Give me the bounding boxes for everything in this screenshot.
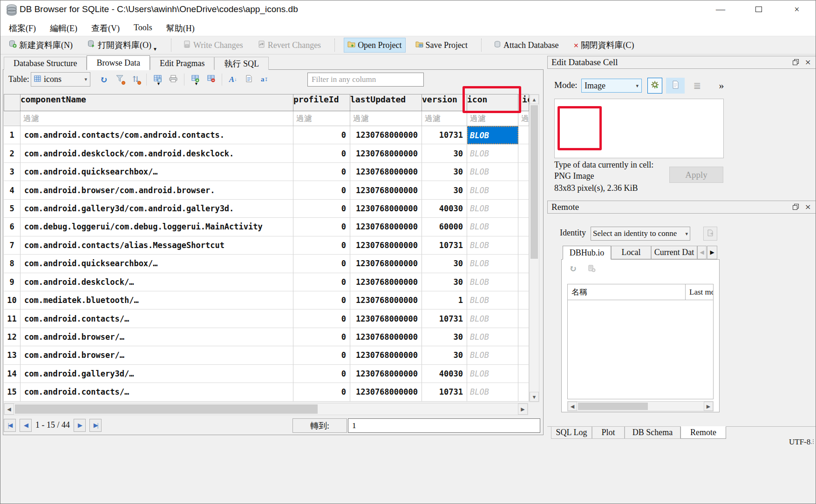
close-panel-icon[interactable]: × <box>805 57 811 67</box>
text-view-button[interactable] <box>666 78 685 94</box>
maximize-button[interactable] <box>740 0 778 19</box>
cell-profileId[interactable]: 0 <box>293 291 350 309</box>
cell-lastUpdated[interactable]: 1230768000000 <box>350 328 422 346</box>
next-record-button[interactable]: ▶ <box>74 419 86 432</box>
cell-version[interactable]: 40030 <box>422 200 467 218</box>
scroll-left-icon[interactable]: ◀ <box>4 403 14 415</box>
header-componentName[interactable]: componentName <box>20 94 293 111</box>
remote-name-header[interactable]: 名稱 <box>568 284 685 300</box>
cell-icon-selected[interactable]: BLOB <box>467 126 518 144</box>
filter-profileId[interactable] <box>293 111 350 126</box>
mode-selector[interactable]: Image ▾ <box>581 79 642 93</box>
cell-partial[interactable] <box>518 236 529 255</box>
tab-scroll-left-icon[interactable]: ◀ <box>697 246 707 259</box>
cell-lastUpdated[interactable]: 1230768000000 <box>350 218 422 236</box>
cell-version[interactable]: 30 <box>422 255 467 273</box>
close-panel-icon[interactable]: × <box>805 202 811 212</box>
cell-componentName[interactable]: com.android.browser/com.android.browser. <box>20 181 293 199</box>
cell-partial[interactable] <box>518 365 529 383</box>
refresh-button[interactable]: ↻ <box>96 72 112 87</box>
cell-lastUpdated[interactable]: 1230768000000 <box>350 181 422 199</box>
horizontal-scrollbar[interactable]: ◀ ▶ <box>4 403 528 415</box>
cell-icon[interactable]: BLOB <box>467 144 518 162</box>
cell-componentName[interactable]: com.android.contacts/… <box>20 309 293 328</box>
menu-tools[interactable]: Tools <box>127 20 159 36</box>
cell-componentName[interactable]: com.android.contacts/… <box>20 383 293 401</box>
menu-help[interactable]: 幫助(H) <box>159 20 202 36</box>
first-record-button[interactable]: |◀ <box>4 419 16 432</box>
cell-partial[interactable] <box>518 126 529 144</box>
cell-version[interactable]: 30 <box>422 346 467 364</box>
cell-profileId[interactable]: 0 <box>293 163 350 181</box>
resize-grip-icon[interactable] <box>809 443 815 449</box>
cell-icon[interactable]: BLOB <box>467 365 518 383</box>
header-profileId[interactable]: profileId <box>293 94 350 111</box>
cell-partial[interactable] <box>518 144 529 162</box>
cell-profileId[interactable]: 0 <box>293 255 350 273</box>
cell-lastUpdated[interactable]: 1230768000000 <box>350 126 422 144</box>
cell-icon[interactable]: BLOB <box>467 200 518 218</box>
cell-componentName[interactable]: com.android.browser/… <box>20 328 293 346</box>
cell-version[interactable]: 10731 <box>422 126 467 144</box>
cell-icon[interactable]: BLOB <box>467 291 518 309</box>
cell-partial[interactable] <box>518 346 529 364</box>
attach-database-button[interactable]: Attach Database <box>490 38 562 53</box>
cell-partial[interactable] <box>518 200 529 218</box>
tab-scroll-right-icon[interactable]: ▶ <box>707 246 717 259</box>
save-table-button[interactable]: ▼ <box>150 72 165 87</box>
cell-icon[interactable]: BLOB <box>467 163 518 181</box>
vertical-scrollbar[interactable]: ▲ ▼ <box>529 94 539 402</box>
remote-tab-current[interactable]: Current Dat <box>651 246 697 259</box>
menu-file[interactable]: 檔案(F) <box>2 20 43 36</box>
find-in-table-button[interactable] <box>241 72 257 87</box>
cell-lastUpdated[interactable]: 1230768000000 <box>350 309 422 328</box>
cell-icon[interactable]: BLOB <box>467 383 518 401</box>
dock-tab-plot[interactable]: Plot <box>592 426 625 439</box>
tab-edit-pragmas[interactable]: Edit Pragmas <box>150 57 215 70</box>
insert-record-button[interactable]: ▼ <box>187 72 203 87</box>
cell-profileId[interactable]: 0 <box>293 144 350 162</box>
cell-icon[interactable]: BLOB <box>467 255 518 273</box>
cell-profileId[interactable]: 0 <box>293 346 350 364</box>
dropdown-icon[interactable]: ▼ <box>194 81 198 86</box>
cell-profileId[interactable]: 0 <box>293 273 350 291</box>
cell-lastUpdated[interactable]: 1230768000000 <box>350 365 422 383</box>
save-project-button[interactable]: Save Project <box>412 38 471 53</box>
filter-componentName[interactable] <box>20 111 293 126</box>
scroll-down-icon[interactable]: ▼ <box>530 392 539 402</box>
remote-tab-dbhub[interactable]: DBHub.io <box>563 246 611 260</box>
clear-filters-button[interactable] <box>112 72 128 87</box>
header-partial[interactable]: ic <box>518 94 529 111</box>
float-panel-icon[interactable] <box>793 202 799 212</box>
header-lastUpdated[interactable]: lastUpdated <box>350 94 422 111</box>
filter-icon[interactable] <box>467 111 518 126</box>
cell-componentName[interactable]: com.android.quicksearchbox/… <box>20 255 293 273</box>
menu-view[interactable]: 查看(V) <box>84 20 127 36</box>
scroll-left-icon[interactable]: ◀ <box>568 402 577 411</box>
cell-lastUpdated[interactable]: 1230768000000 <box>350 144 422 162</box>
cell-version[interactable]: 30 <box>422 273 467 291</box>
cell-profileId[interactable]: 0 <box>293 126 350 144</box>
horizontal-scroll-thumb[interactable] <box>15 404 318 414</box>
header-icon[interactable]: icon <box>467 94 518 111</box>
new-database-button[interactable]: 新建資料庫(N) <box>6 38 76 53</box>
identity-selector[interactable]: Select an identity to conne ▾ <box>591 227 690 241</box>
cell-lastUpdated[interactable]: 1230768000000 <box>350 383 422 401</box>
remote-modified-header[interactable]: Last mo <box>685 284 713 300</box>
cell-profileId[interactable]: 0 <box>293 236 350 255</box>
tab-browse-data[interactable]: Browse Data <box>87 55 150 70</box>
overflow-chevron-icon[interactable]: » <box>714 78 729 94</box>
filter-partial[interactable]: 過濾 <box>518 111 529 126</box>
cell-componentName[interactable]: com.mediatek.bluetooth/… <box>20 291 293 309</box>
scroll-right-icon[interactable]: ▶ <box>518 403 528 415</box>
cell-componentName[interactable]: com.android.contacts/alias.MessageShortc… <box>20 236 293 255</box>
cell-partial[interactable] <box>518 309 529 328</box>
cell-profileId[interactable]: 0 <box>293 328 350 346</box>
open-project-button[interactable]: Open Project <box>344 38 405 53</box>
remote-horizontal-scrollbar[interactable]: ◀ ▶ <box>567 401 714 411</box>
tab-database-structure[interactable]: Database Structure <box>4 57 87 70</box>
filter-lastUpdated[interactable] <box>350 111 422 126</box>
minimize-button[interactable]: — <box>701 0 740 19</box>
scroll-right-icon[interactable]: ▶ <box>704 402 713 411</box>
auto-detect-button[interactable] <box>647 78 662 94</box>
